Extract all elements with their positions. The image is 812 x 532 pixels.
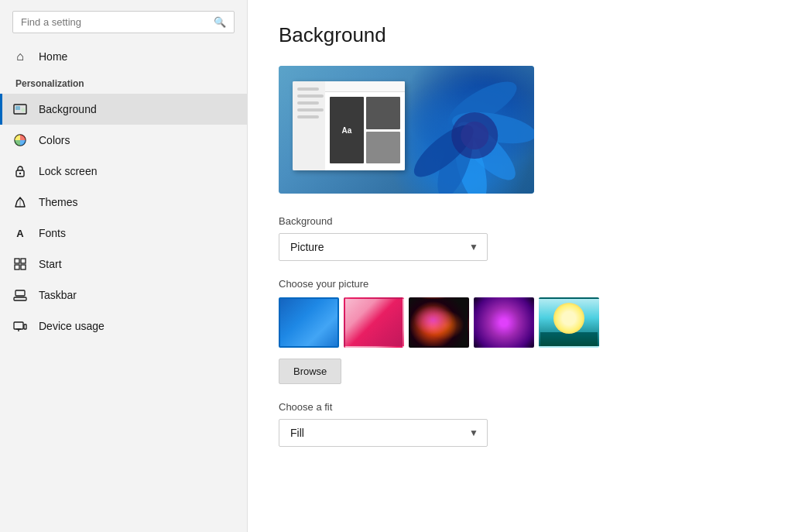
picture-thumb-4[interactable] (474, 297, 534, 348)
sidebar-item-colors-label: Colors (39, 134, 70, 146)
pw-titlebar (325, 81, 405, 92)
sidebar-item-lock-screen[interactable]: Lock screen (0, 156, 247, 187)
sidebar-item-device-usage-label: Device usage (39, 320, 104, 332)
preview-window: Aa (293, 81, 405, 170)
background-dropdown-wrapper: Picture Solid color Slideshow ▼ (279, 233, 488, 261)
pw-line-1 (297, 88, 319, 91)
browse-button[interactable]: Browse (279, 359, 341, 384)
svg-point-2 (22, 108, 26, 112)
pw-line-3 (297, 101, 319, 105)
picture-thumb-5[interactable] (539, 297, 599, 348)
colors-icon (12, 132, 28, 148)
pw-tile-2 (366, 97, 400, 129)
svg-rect-10 (21, 265, 26, 269)
preview-window-main: Aa (325, 81, 405, 170)
main-panel: Background (248, 0, 812, 532)
fonts-icon: A (12, 225, 28, 241)
preview-window-sidebar (293, 81, 325, 170)
svg-rect-8 (21, 259, 26, 263)
sidebar-item-colors[interactable]: Colors (0, 125, 247, 156)
pw-line-4 (297, 108, 324, 112)
search-box[interactable]: 🔍 (12, 11, 235, 33)
pw-tile-3 (366, 132, 400, 164)
background-icon (12, 101, 28, 117)
svg-point-5 (19, 173, 21, 174)
picture-thumb-3[interactable] (409, 297, 469, 348)
sidebar-item-fonts-label: Fonts (39, 227, 66, 239)
sidebar-item-taskbar-label: Taskbar (39, 289, 77, 301)
device-usage-icon (12, 318, 28, 334)
sidebar-item-start[interactable]: Start (0, 249, 247, 280)
fit-dropdown-wrapper: Fill Fit Stretch Tile Center Span ▼ (279, 419, 488, 447)
svg-rect-13 (14, 322, 23, 329)
page-title: Background (279, 23, 781, 47)
svg-rect-14 (24, 324, 26, 329)
svg-rect-11 (14, 297, 26, 300)
pw-line-5 (297, 115, 319, 118)
themes-icon (12, 194, 28, 210)
sidebar-item-device-usage[interactable]: Device usage (0, 311, 247, 342)
start-icon (12, 256, 28, 272)
sidebar-item-themes-label: Themes (39, 196, 78, 208)
sidebar-section-label: Personalization (0, 72, 247, 94)
svg-rect-1 (15, 106, 20, 110)
choose-fit-label: Choose a fit (279, 401, 781, 413)
sidebar: 🔍 ⌂ Home Personalization Background Colo… (0, 0, 248, 532)
sidebar-item-lock-screen-label: Lock screen (39, 165, 97, 177)
background-preview: Aa (279, 66, 534, 194)
svg-rect-7 (15, 259, 19, 263)
sidebar-item-themes[interactable]: Themes (0, 187, 247, 218)
sidebar-item-background-label: Background (39, 103, 97, 115)
sidebar-item-start-label: Start (39, 258, 62, 270)
picture-thumb-2[interactable] (344, 297, 404, 348)
sidebar-item-home-label: Home (39, 50, 67, 63)
fit-dropdown[interactable]: Fill Fit Stretch Tile Center Span (279, 419, 488, 447)
svg-point-24 (461, 122, 488, 149)
pw-line-2 (297, 94, 324, 98)
search-icon: 🔍 (214, 16, 226, 28)
sidebar-item-fonts[interactable]: A Fonts (0, 218, 247, 249)
pictures-grid (279, 297, 781, 348)
home-icon: ⌂ (12, 49, 28, 64)
sidebar-item-home[interactable]: ⌂ Home (0, 41, 247, 72)
svg-rect-9 (15, 265, 19, 269)
sidebar-item-taskbar[interactable]: Taskbar (0, 280, 247, 311)
sidebar-item-background[interactable]: Background (0, 94, 247, 125)
picture-thumb-1[interactable] (279, 297, 339, 348)
taskbar-icon (12, 287, 28, 303)
pw-body: Aa (325, 92, 405, 170)
pw-tile-aa: Aa (330, 97, 364, 163)
svg-rect-12 (15, 290, 25, 296)
background-dropdown[interactable]: Picture Solid color Slideshow (279, 233, 488, 261)
background-section-label: Background (279, 215, 781, 227)
search-input[interactable] (21, 16, 214, 28)
choose-picture-label: Choose your picture (279, 278, 781, 290)
lock-icon (12, 163, 28, 179)
